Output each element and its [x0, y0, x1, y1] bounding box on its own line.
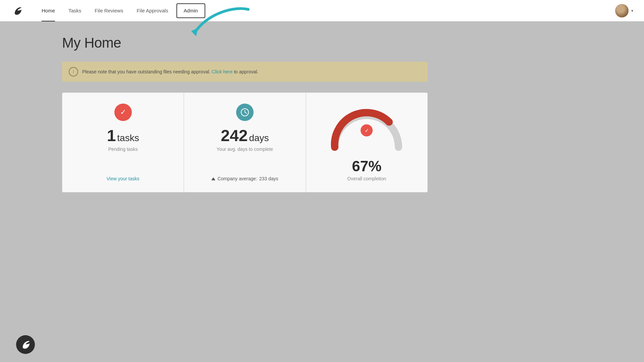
company-avg-value: 233 days: [259, 176, 278, 181]
banner-text-after: to approval.: [234, 69, 258, 74]
gauge-check-icon-circle: ✓: [361, 124, 373, 136]
gauge-label: Overall completion: [347, 176, 386, 181]
bottom-logo[interactable]: [16, 335, 35, 354]
tasks-number-row: 1 tasks: [107, 128, 139, 144]
nav-file-reviews[interactable]: File Reviews: [88, 0, 130, 21]
tasks-unit: tasks: [117, 133, 139, 143]
bottom-logo-icon: [20, 339, 31, 350]
completion-card: ✓ 67% Overall completion: [306, 93, 428, 192]
main-content: My Home i Please note that you have outs…: [0, 21, 644, 206]
gauge-container: ✓: [325, 104, 409, 154]
info-icon: i: [69, 67, 78, 76]
nav-home[interactable]: Home: [35, 0, 62, 21]
company-avg: Company average: 233 days: [211, 176, 278, 181]
navbar: Home Tasks File Reviews File Approvals A…: [0, 0, 644, 21]
gauge-percent: 67%: [352, 158, 381, 175]
tasks-card: ✓ 1 tasks Pending tasks View your tasks: [62, 93, 184, 192]
tasks-subtitle: Pending tasks: [108, 146, 138, 152]
banner-text-before: Please note that you have outstanding fi…: [82, 69, 210, 74]
svg-line-3: [245, 112, 247, 113]
days-unit: days: [249, 133, 269, 143]
nav-admin[interactable]: Admin: [176, 3, 206, 18]
days-card: 242 days Your avg. days to complete Comp…: [184, 93, 306, 192]
days-number-row: 242 days: [221, 128, 269, 144]
company-avg-label: Company average:: [217, 176, 257, 181]
page-title: My Home: [62, 35, 582, 51]
nav-file-approvals[interactable]: File Approvals: [130, 0, 175, 21]
user-dropdown-arrow[interactable]: ▾: [631, 8, 633, 13]
gauge-check-icon: ✓: [365, 127, 369, 134]
cards-row: ✓ 1 tasks Pending tasks View your tasks …: [62, 93, 428, 192]
clock-icon-circle: [236, 104, 254, 121]
banner-text: Please note that you have outstanding fi…: [82, 69, 258, 74]
triangle-up-icon: [211, 177, 215, 180]
view-tasks-link[interactable]: View your tasks: [107, 176, 140, 181]
banner-link[interactable]: Click here: [212, 69, 232, 74]
days-subtitle: Your avg. days to complete: [217, 146, 273, 152]
nav-links: Home Tasks File Reviews File Approvals A…: [35, 0, 615, 21]
navbar-right: ▾: [615, 4, 633, 17]
nav-tasks[interactable]: Tasks: [62, 0, 88, 21]
tasks-icon-circle: ✓: [114, 104, 132, 121]
tasks-count: 1: [107, 128, 116, 144]
clock-icon: [240, 108, 249, 117]
avatar[interactable]: [615, 4, 629, 17]
check-icon: ✓: [120, 108, 126, 117]
app-logo[interactable]: [11, 4, 24, 17]
info-banner: i Please note that you have outstanding …: [62, 62, 428, 82]
days-count: 242: [221, 128, 248, 144]
